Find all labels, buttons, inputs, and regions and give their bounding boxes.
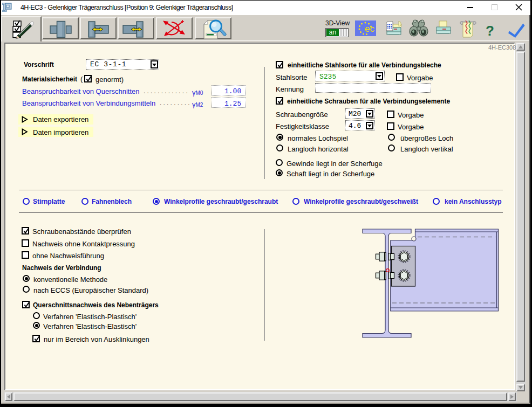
svg-text:ec: ec xyxy=(365,24,374,34)
